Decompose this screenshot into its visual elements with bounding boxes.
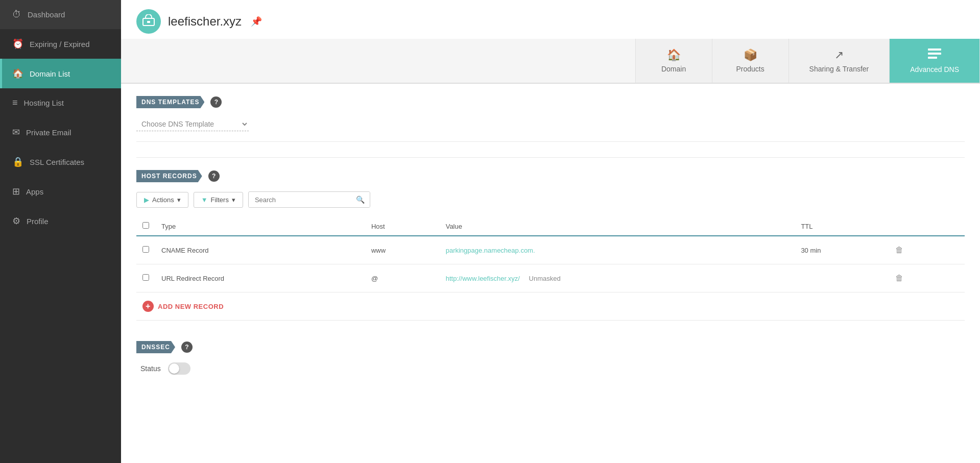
domain-pin-icon[interactable]: 📌 [251, 16, 262, 27]
actions-chevron-icon: ▾ [177, 196, 181, 204]
advanced-dns-tab-icon [928, 48, 941, 62]
main-content: leefischer.xyz 📌 🏠 Domain 📦 Products ↗ S… [121, 0, 980, 463]
filters-button[interactable]: ▼ Filters ▾ [194, 192, 243, 208]
row-checkbox-cell [136, 236, 155, 264]
dns-templates-label: DNS TEMPLATES [136, 96, 204, 108]
dashboard-icon: ⏱ [12, 9, 21, 20]
sharing-tab-icon: ↗ [834, 48, 844, 62]
record-host: @ [365, 264, 440, 293]
dnssec-section: DNSSEC ? Status [136, 341, 965, 375]
domain-tab-icon: 🏠 [667, 48, 681, 62]
tab-advanced-dns[interactable]: Advanced DNS [890, 39, 980, 83]
sidebar-item-private-email[interactable]: ✉ Private Email [0, 117, 121, 147]
record-delete-cell: 🗑 [885, 264, 965, 293]
row-checkbox[interactable] [142, 246, 149, 253]
dnssec-toggle[interactable] [168, 362, 190, 375]
add-record-row: + ADD NEW RECORD [136, 293, 965, 321]
delete-record-button[interactable]: 🗑 [891, 272, 907, 285]
col-type: Type [155, 217, 365, 236]
svg-rect-4 [928, 57, 937, 59]
dnssec-label: DNSSEC [136, 341, 175, 353]
tab-sharing-transfer[interactable]: ↗ Sharing & Transfer [789, 39, 890, 83]
sidebar-item-label: Dashboard [28, 10, 65, 19]
dns-templates-help-icon[interactable]: ? [210, 96, 222, 108]
search-box: 🔍 [248, 191, 370, 208]
filters-chevron-icon: ▾ [232, 196, 235, 204]
sidebar-item-profile[interactable]: ⚙ Profile [0, 206, 121, 236]
content-area: DNS TEMPLATES ? Choose DNS Template HOST… [121, 84, 980, 387]
select-all-checkbox[interactable] [142, 222, 149, 229]
host-records-help-icon[interactable]: ? [208, 170, 220, 182]
tab-domain-label: Domain [661, 65, 686, 73]
tab-products-label: Products [736, 65, 764, 73]
apps-icon: ⊞ [12, 186, 20, 197]
record-value: http://www.leefischer.xyz/ Unmasked [440, 264, 795, 293]
svg-rect-2 [928, 48, 941, 51]
tab-products[interactable]: 📦 Products [712, 39, 789, 83]
tab-bar: 🏠 Domain 📦 Products ↗ Sharing & Transfer… [121, 39, 980, 84]
domain-title: leefischer.xyz [168, 14, 242, 29]
tab-domain[interactable]: 🏠 Domain [636, 39, 712, 83]
dns-template-select[interactable]: Choose DNS Template [136, 117, 249, 131]
record-value: parkingpage.namecheap.com. [440, 236, 795, 264]
play-icon: ▶ [144, 196, 149, 204]
filter-icon: ▼ [201, 196, 208, 204]
row-checkbox-cell [136, 264, 155, 293]
col-value: Value [440, 217, 795, 236]
host-records-label: HOST RECORDS [136, 170, 202, 182]
add-circle-icon: + [142, 301, 154, 312]
records-toolbar: ▶ Actions ▾ ▼ Filters ▾ 🔍 [136, 191, 965, 208]
add-record-label: ADD NEW RECORD [158, 303, 224, 310]
sidebar-item-expiring[interactable]: ⏰ Expiring / Expired [0, 29, 121, 59]
sidebar-item-dashboard[interactable]: ⏱ Dashboard [0, 0, 121, 29]
record-ttl: 30 min [795, 236, 885, 264]
sidebar-item-label: SSL Certificates [30, 158, 84, 166]
products-tab-icon: 📦 [744, 48, 757, 62]
col-host: Host [365, 217, 440, 236]
sidebar-item-label: Apps [26, 187, 43, 196]
record-ttl [795, 264, 885, 293]
sidebar-item-label: Profile [27, 217, 49, 226]
col-actions [885, 217, 965, 236]
tab-advanced-dns-label: Advanced DNS [910, 65, 959, 74]
domain-avatar [136, 9, 161, 34]
sidebar-item-label: Expiring / Expired [30, 40, 90, 48]
ssl-icon: 🔒 [12, 156, 23, 167]
hosting-icon: ≡ [12, 98, 18, 108]
table-row: URL Redirect Record @ http://www.leefisc… [136, 264, 965, 293]
dns-templates-section-header: DNS TEMPLATES ? [136, 96, 965, 108]
sidebar-item-ssl[interactable]: 🔒 SSL Certificates [0, 147, 121, 177]
add-new-record-button[interactable]: + ADD NEW RECORD [142, 301, 224, 312]
delete-record-button[interactable]: 🗑 [891, 243, 907, 257]
select-all-cell [136, 217, 155, 236]
records-table: Type Host Value TTL CNAME Record www par… [136, 217, 965, 293]
sidebar-item-label: Private Email [26, 128, 71, 137]
dnssec-help-icon[interactable]: ? [181, 342, 193, 353]
section-divider-1 [136, 157, 965, 158]
sidebar-item-apps[interactable]: ⊞ Apps [0, 177, 121, 206]
search-button[interactable]: 🔍 [351, 192, 370, 207]
table-row: CNAME Record www parkingpage.namecheap.c… [136, 236, 965, 264]
record-unmasked: Unmasked [529, 275, 561, 282]
row-checkbox[interactable] [142, 274, 149, 281]
host-records-section-header: HOST RECORDS ? [136, 170, 965, 182]
search-input[interactable] [249, 192, 351, 207]
profile-icon: ⚙ [12, 215, 20, 227]
actions-label: Actions [152, 196, 174, 204]
domain-list-icon: 🏠 [12, 68, 23, 79]
tab-blank [121, 39, 636, 83]
filters-label: Filters [211, 196, 229, 204]
svg-rect-1 [147, 21, 150, 23]
record-type: CNAME Record [155, 236, 365, 264]
col-ttl: TTL [795, 217, 885, 236]
sidebar: ⏱ Dashboard ⏰ Expiring / Expired 🏠 Domai… [0, 0, 121, 463]
sidebar-item-hosting-list[interactable]: ≡ Hosting List [0, 88, 121, 117]
sidebar-item-domain-list[interactable]: 🏠 Domain List [0, 59, 121, 88]
dnssec-row: Status [136, 362, 965, 375]
record-type: URL Redirect Record [155, 264, 365, 293]
domain-header: leefischer.xyz 📌 [121, 0, 980, 39]
table-header-row: Type Host Value TTL [136, 217, 965, 236]
actions-button[interactable]: ▶ Actions ▾ [136, 192, 188, 208]
dnssec-status-label: Status [140, 364, 161, 373]
svg-rect-3 [928, 53, 941, 55]
